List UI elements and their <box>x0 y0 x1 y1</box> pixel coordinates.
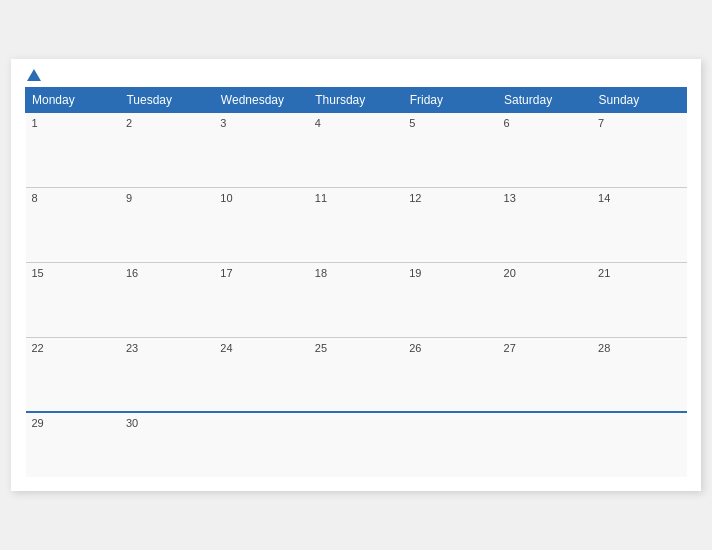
calendar-cell: 3 <box>214 112 308 187</box>
calendar-cell: 18 <box>309 262 403 337</box>
calendar-cell: 6 <box>498 112 592 187</box>
day-number: 19 <box>409 267 421 279</box>
day-number: 8 <box>32 192 38 204</box>
weekday-header-monday: Monday <box>26 87 120 112</box>
day-number: 16 <box>126 267 138 279</box>
day-number: 25 <box>315 342 327 354</box>
calendar-cell <box>403 412 497 477</box>
week-row-1: 1234567 <box>26 112 687 187</box>
day-number: 2 <box>126 117 132 129</box>
calendar-cell <box>592 412 686 477</box>
day-number: 6 <box>504 117 510 129</box>
day-number: 23 <box>126 342 138 354</box>
day-number: 24 <box>220 342 232 354</box>
day-number: 11 <box>315 192 327 204</box>
day-number: 10 <box>220 192 232 204</box>
calendar-grid: MondayTuesdayWednesdayThursdayFridaySatu… <box>25 87 687 478</box>
calendar-cell <box>214 412 308 477</box>
weekday-header-saturday: Saturday <box>498 87 592 112</box>
day-number: 3 <box>220 117 226 129</box>
calendar-cell: 28 <box>592 337 686 412</box>
calendar-cell: 5 <box>403 112 497 187</box>
calendar-cell: 8 <box>26 187 120 262</box>
calendar-cell: 11 <box>309 187 403 262</box>
calendar-cell: 12 <box>403 187 497 262</box>
weekday-header-friday: Friday <box>403 87 497 112</box>
calendar-cell: 13 <box>498 187 592 262</box>
day-number: 1 <box>32 117 38 129</box>
day-number: 21 <box>598 267 610 279</box>
day-number: 22 <box>32 342 44 354</box>
day-number: 26 <box>409 342 421 354</box>
day-number: 17 <box>220 267 232 279</box>
weekday-header-thursday: Thursday <box>309 87 403 112</box>
calendar-cell: 25 <box>309 337 403 412</box>
weekday-header-row: MondayTuesdayWednesdayThursdayFridaySatu… <box>26 87 687 112</box>
calendar-cell: 9 <box>120 187 214 262</box>
calendar-cell: 30 <box>120 412 214 477</box>
week-row-3: 15161718192021 <box>26 262 687 337</box>
day-number: 13 <box>504 192 516 204</box>
day-number: 15 <box>32 267 44 279</box>
header-row <box>25 69 687 81</box>
calendar-cell: 27 <box>498 337 592 412</box>
weekday-header-sunday: Sunday <box>592 87 686 112</box>
day-number: 28 <box>598 342 610 354</box>
day-number: 30 <box>126 417 138 429</box>
calendar-cell: 29 <box>26 412 120 477</box>
calendar-container: MondayTuesdayWednesdayThursdayFridaySatu… <box>11 59 701 492</box>
day-number: 18 <box>315 267 327 279</box>
day-number: 14 <box>598 192 610 204</box>
calendar-cell: 24 <box>214 337 308 412</box>
week-row-2: 891011121314 <box>26 187 687 262</box>
calendar-cell: 19 <box>403 262 497 337</box>
calendar-cell: 21 <box>592 262 686 337</box>
calendar-cell: 16 <box>120 262 214 337</box>
weekday-header-tuesday: Tuesday <box>120 87 214 112</box>
calendar-cell: 15 <box>26 262 120 337</box>
day-number: 29 <box>32 417 44 429</box>
day-number: 4 <box>315 117 321 129</box>
calendar-cell: 23 <box>120 337 214 412</box>
calendar-cell: 22 <box>26 337 120 412</box>
day-number: 7 <box>598 117 604 129</box>
day-number: 12 <box>409 192 421 204</box>
week-row-4: 22232425262728 <box>26 337 687 412</box>
logo <box>25 69 43 81</box>
calendar-cell: 7 <box>592 112 686 187</box>
day-number: 27 <box>504 342 516 354</box>
calendar-cell <box>498 412 592 477</box>
day-number: 9 <box>126 192 132 204</box>
calendar-cell: 10 <box>214 187 308 262</box>
day-number: 5 <box>409 117 415 129</box>
calendar-cell: 2 <box>120 112 214 187</box>
calendar-cell: 1 <box>26 112 120 187</box>
calendar-cell: 20 <box>498 262 592 337</box>
day-number: 20 <box>504 267 516 279</box>
logo-triangle-icon <box>27 69 41 81</box>
calendar-cell: 17 <box>214 262 308 337</box>
week-row-5: 2930 <box>26 412 687 477</box>
calendar-cell: 26 <box>403 337 497 412</box>
weekday-header-wednesday: Wednesday <box>214 87 308 112</box>
calendar-cell: 14 <box>592 187 686 262</box>
calendar-cell: 4 <box>309 112 403 187</box>
calendar-cell <box>309 412 403 477</box>
